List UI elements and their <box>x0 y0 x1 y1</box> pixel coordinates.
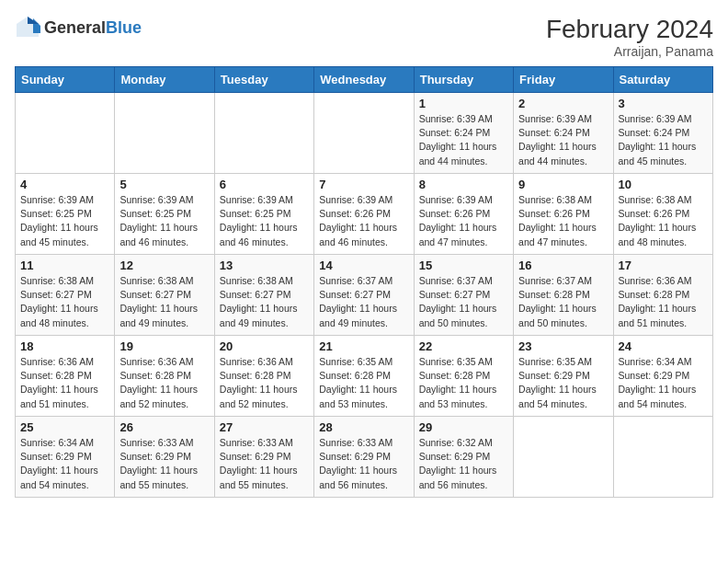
day-info: Sunrise: 6:39 AM Sunset: 6:24 PM Dayligh… <box>419 112 508 168</box>
location: Arraijan, Panama <box>546 44 713 59</box>
calendar-cell: 18Sunrise: 6:36 AM Sunset: 6:28 PM Dayli… <box>16 336 115 417</box>
calendar-cell: 4Sunrise: 6:39 AM Sunset: 6:25 PM Daylig… <box>16 174 115 255</box>
calendar-week-0: 1Sunrise: 6:39 AM Sunset: 6:24 PM Daylig… <box>16 93 713 174</box>
day-info: Sunrise: 6:37 AM Sunset: 6:27 PM Dayligh… <box>419 274 508 330</box>
calendar-cell: 13Sunrise: 6:38 AM Sunset: 6:27 PM Dayli… <box>214 255 313 336</box>
day-number: 9 <box>518 178 608 191</box>
calendar-cell: 20Sunrise: 6:36 AM Sunset: 6:28 PM Dayli… <box>214 336 313 417</box>
day-info: Sunrise: 6:35 AM Sunset: 6:28 PM Dayligh… <box>319 355 408 411</box>
calendar-cell: 21Sunrise: 6:35 AM Sunset: 6:28 PM Dayli… <box>314 336 414 417</box>
day-info: Sunrise: 6:32 AM Sunset: 6:29 PM Dayligh… <box>419 436 508 492</box>
day-info: Sunrise: 6:38 AM Sunset: 6:27 PM Dayligh… <box>20 274 109 330</box>
calendar-cell <box>16 93 115 174</box>
calendar-week-4: 25Sunrise: 6:34 AM Sunset: 6:29 PM Dayli… <box>16 417 713 498</box>
calendar-cell: 10Sunrise: 6:38 AM Sunset: 6:26 PM Dayli… <box>613 174 712 255</box>
day-number: 24 <box>619 339 708 353</box>
day-info: Sunrise: 6:39 AM Sunset: 6:26 PM Dayligh… <box>319 193 408 249</box>
calendar-cell: 29Sunrise: 6:32 AM Sunset: 6:29 PM Dayli… <box>414 417 513 498</box>
calendar-body: 1Sunrise: 6:39 AM Sunset: 6:24 PM Daylig… <box>16 93 713 498</box>
day-number: 2 <box>518 97 608 110</box>
calendar-week-1: 4Sunrise: 6:39 AM Sunset: 6:25 PM Daylig… <box>16 174 713 255</box>
day-info: Sunrise: 6:36 AM Sunset: 6:28 PM Dayligh… <box>619 274 708 330</box>
col-sunday: Sunday <box>16 67 115 93</box>
day-number: 16 <box>518 259 608 272</box>
day-number: 6 <box>220 178 309 191</box>
calendar-week-2: 11Sunrise: 6:38 AM Sunset: 6:27 PM Dayli… <box>16 255 713 336</box>
col-wednesday: Wednesday <box>314 67 414 93</box>
calendar-cell: 3Sunrise: 6:39 AM Sunset: 6:24 PM Daylig… <box>613 93 712 174</box>
calendar-cell: 11Sunrise: 6:38 AM Sunset: 6:27 PM Dayli… <box>16 255 115 336</box>
day-number: 19 <box>119 339 209 353</box>
day-number: 25 <box>20 420 109 434</box>
day-number: 22 <box>419 339 508 353</box>
day-info: Sunrise: 6:34 AM Sunset: 6:29 PM Dayligh… <box>20 436 109 492</box>
calendar-cell: 5Sunrise: 6:39 AM Sunset: 6:25 PM Daylig… <box>115 174 214 255</box>
title-block: February 2024 Arraijan, Panama <box>546 15 713 59</box>
day-number: 4 <box>20 178 109 191</box>
calendar-cell: 6Sunrise: 6:39 AM Sunset: 6:25 PM Daylig… <box>214 174 313 255</box>
day-info: Sunrise: 6:39 AM Sunset: 6:25 PM Dayligh… <box>220 193 309 249</box>
day-info: Sunrise: 6:39 AM Sunset: 6:25 PM Dayligh… <box>119 193 209 249</box>
day-number: 26 <box>119 420 209 434</box>
calendar-cell: 15Sunrise: 6:37 AM Sunset: 6:27 PM Dayli… <box>414 255 513 336</box>
day-info: Sunrise: 6:39 AM Sunset: 6:24 PM Dayligh… <box>518 112 608 168</box>
calendar-cell: 7Sunrise: 6:39 AM Sunset: 6:26 PM Daylig… <box>314 174 414 255</box>
logo-text: GeneralBlue <box>44 18 142 38</box>
calendar-cell: 12Sunrise: 6:38 AM Sunset: 6:27 PM Dayli… <box>115 255 214 336</box>
col-monday: Monday <box>115 67 214 93</box>
page-header: GeneralBlue February 2024 Arraijan, Pana… <box>15 15 713 59</box>
svg-marker-1 <box>33 18 40 33</box>
day-number: 27 <box>220 420 309 434</box>
calendar-cell: 14Sunrise: 6:37 AM Sunset: 6:27 PM Dayli… <box>314 255 414 336</box>
day-info: Sunrise: 6:33 AM Sunset: 6:29 PM Dayligh… <box>119 436 209 492</box>
day-number: 21 <box>319 339 408 353</box>
calendar-cell <box>514 417 613 498</box>
day-number: 13 <box>220 259 309 272</box>
day-number: 12 <box>119 259 209 272</box>
calendar-cell <box>314 93 414 174</box>
calendar-cell: 17Sunrise: 6:36 AM Sunset: 6:28 PM Dayli… <box>613 255 712 336</box>
day-info: Sunrise: 6:33 AM Sunset: 6:29 PM Dayligh… <box>319 436 408 492</box>
day-number: 7 <box>319 178 408 191</box>
col-friday: Friday <box>514 67 613 93</box>
calendar-cell: 23Sunrise: 6:35 AM Sunset: 6:29 PM Dayli… <box>514 336 613 417</box>
month-year: February 2024 <box>546 15 713 44</box>
day-number: 8 <box>419 178 508 191</box>
day-number: 11 <box>20 259 109 272</box>
day-info: Sunrise: 6:39 AM Sunset: 6:25 PM Dayligh… <box>20 193 109 249</box>
col-tuesday: Tuesday <box>214 67 313 93</box>
day-info: Sunrise: 6:33 AM Sunset: 6:29 PM Dayligh… <box>220 436 309 492</box>
calendar-cell: 24Sunrise: 6:34 AM Sunset: 6:29 PM Dayli… <box>613 336 712 417</box>
day-info: Sunrise: 6:36 AM Sunset: 6:28 PM Dayligh… <box>119 355 209 411</box>
calendar-cell <box>115 93 214 174</box>
calendar-header: Sunday Monday Tuesday Wednesday Thursday… <box>16 67 713 93</box>
day-info: Sunrise: 6:39 AM Sunset: 6:24 PM Dayligh… <box>619 112 708 168</box>
day-info: Sunrise: 6:35 AM Sunset: 6:29 PM Dayligh… <box>518 355 608 411</box>
day-number: 3 <box>619 97 708 110</box>
col-saturday: Saturday <box>613 67 712 93</box>
day-info: Sunrise: 6:38 AM Sunset: 6:26 PM Dayligh… <box>619 193 708 249</box>
calendar-cell <box>613 417 712 498</box>
day-info: Sunrise: 6:37 AM Sunset: 6:27 PM Dayligh… <box>319 274 408 330</box>
day-number: 1 <box>419 97 508 110</box>
calendar-table: Sunday Monday Tuesday Wednesday Thursday… <box>15 66 713 498</box>
calendar-cell: 9Sunrise: 6:38 AM Sunset: 6:26 PM Daylig… <box>514 174 613 255</box>
day-info: Sunrise: 6:38 AM Sunset: 6:27 PM Dayligh… <box>119 274 209 330</box>
day-number: 18 <box>20 339 109 353</box>
day-info: Sunrise: 6:36 AM Sunset: 6:28 PM Dayligh… <box>220 355 309 411</box>
logo-icon <box>15 15 40 40</box>
day-number: 17 <box>619 259 708 272</box>
calendar-week-3: 18Sunrise: 6:36 AM Sunset: 6:28 PM Dayli… <box>16 336 713 417</box>
calendar-cell: 8Sunrise: 6:39 AM Sunset: 6:26 PM Daylig… <box>414 174 513 255</box>
day-number: 28 <box>319 420 408 434</box>
calendar-cell: 28Sunrise: 6:33 AM Sunset: 6:29 PM Dayli… <box>314 417 414 498</box>
day-info: Sunrise: 6:39 AM Sunset: 6:26 PM Dayligh… <box>419 193 508 249</box>
calendar-cell: 25Sunrise: 6:34 AM Sunset: 6:29 PM Dayli… <box>16 417 115 498</box>
day-number: 15 <box>419 259 508 272</box>
day-number: 23 <box>518 339 608 353</box>
day-info: Sunrise: 6:35 AM Sunset: 6:28 PM Dayligh… <box>419 355 508 411</box>
day-info: Sunrise: 6:36 AM Sunset: 6:28 PM Dayligh… <box>20 355 109 411</box>
calendar-cell: 22Sunrise: 6:35 AM Sunset: 6:28 PM Dayli… <box>414 336 513 417</box>
day-info: Sunrise: 6:34 AM Sunset: 6:29 PM Dayligh… <box>619 355 708 411</box>
logo: GeneralBlue <box>15 15 142 40</box>
